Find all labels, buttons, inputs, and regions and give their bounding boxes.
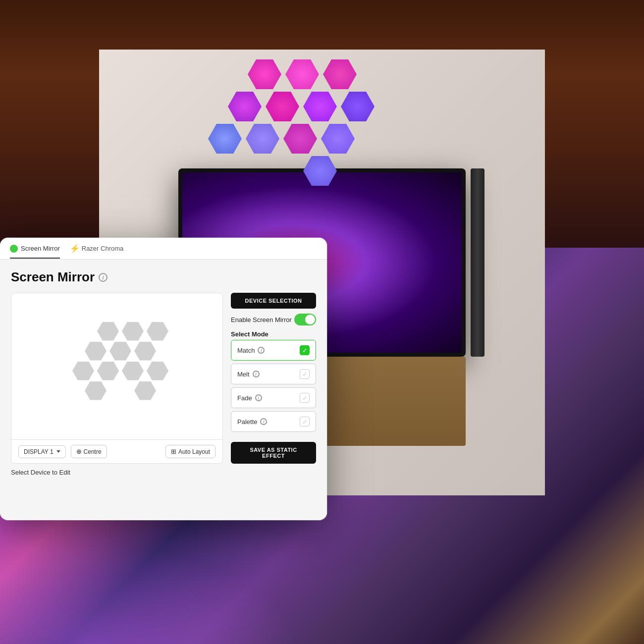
- hex-panel-1: [248, 59, 281, 89]
- mode-match[interactable]: Match i ✓: [231, 340, 316, 361]
- mode-melt-info-icon[interactable]: i: [253, 371, 260, 377]
- mini-hex-9: [122, 362, 144, 380]
- enable-screen-mirror-row: Enable Screen Mirror: [231, 314, 316, 325]
- hex-led-panels: [168, 59, 376, 188]
- tab-razer-chroma[interactable]: ⚡ Razer Chroma: [70, 244, 124, 259]
- mini-hex-8: [97, 362, 119, 380]
- canvas-panel: DISPLAY 1 ⊕ Centre ⊞ Auto Layout: [11, 293, 223, 464]
- select-device-section: Select Device to Edit: [11, 469, 316, 476]
- hex-panel-4: [228, 92, 262, 121]
- page-title-text: Screen Mirror: [11, 269, 95, 285]
- enable-screen-mirror-toggle[interactable]: [294, 314, 316, 325]
- mini-hex-4: [85, 342, 107, 361]
- floor-glow: [0, 545, 297, 644]
- auto-layout-button[interactable]: ⊞ Auto Layout: [165, 445, 215, 458]
- tab-bar: Screen Mirror ⚡ Razer Chroma: [10, 244, 317, 259]
- mode-palette[interactable]: Palette i ✓: [231, 411, 316, 432]
- mini-hex-11: [85, 381, 107, 400]
- hex-panel-12: [303, 156, 337, 186]
- tab-screen-mirror-label: Screen Mirror: [21, 245, 60, 252]
- select-device-label: Select Device to Edit: [11, 469, 70, 476]
- mode-palette-label: Palette: [237, 418, 257, 426]
- mini-hex-1: [97, 322, 119, 341]
- hex-panel-11: [321, 124, 355, 154]
- page-title-area: Screen Mirror i: [11, 269, 316, 285]
- mode-melt[interactable]: Melt i ✓: [231, 364, 316, 384]
- save-static-button[interactable]: SAVE AS STATIC EFFECT: [231, 442, 316, 464]
- mini-hex-5: [109, 342, 131, 361]
- main-layout: DISPLAY 1 ⊕ Centre ⊞ Auto Layout: [11, 293, 316, 464]
- page-title-info-icon[interactable]: i: [99, 273, 107, 282]
- centre-label: Centre: [84, 448, 102, 455]
- app-window: Screen Mirror ⚡ Razer Chroma Screen Mirr…: [0, 238, 327, 520]
- tab-screen-mirror[interactable]: Screen Mirror: [10, 245, 60, 259]
- mode-fade-label: Fade: [237, 394, 252, 402]
- mode-fade[interactable]: Fade i ✓: [231, 387, 316, 408]
- tab-razer-chroma-label: Razer Chroma: [82, 245, 124, 252]
- centre-icon: ⊕: [76, 448, 82, 455]
- window-content: Screen Mirror i: [0, 260, 327, 518]
- mode-match-info-icon[interactable]: i: [258, 347, 265, 354]
- screen-mirror-dot-icon: [10, 245, 18, 253]
- hex-panel-3: [323, 59, 357, 89]
- canvas-area: [11, 293, 222, 439]
- mode-fade-check-icon: ✓: [300, 393, 310, 403]
- hex-panel-10: [283, 124, 317, 154]
- mini-hex-7: [72, 362, 94, 380]
- titlebar: Screen Mirror ⚡ Razer Chroma: [0, 238, 327, 260]
- mode-match-check-icon: ✓: [300, 345, 310, 355]
- display-select-label: DISPLAY 1: [24, 448, 54, 455]
- select-mode-label: Select Mode: [231, 330, 316, 338]
- mini-hex-12: [134, 381, 156, 400]
- mini-hex-grid: [67, 322, 166, 411]
- display-select[interactable]: DISPLAY 1: [18, 445, 66, 458]
- mini-hex-2: [122, 322, 144, 341]
- hex-panel-8: [208, 124, 242, 154]
- mode-palette-check-icon: ✓: [300, 417, 310, 427]
- centre-button[interactable]: ⊕ Centre: [71, 445, 107, 458]
- mode-fade-info-icon[interactable]: i: [255, 394, 262, 401]
- dresser: [317, 357, 466, 446]
- razer-snake-icon: ⚡: [70, 244, 80, 253]
- hex-panel-9: [246, 124, 279, 154]
- chevron-down-icon: [56, 450, 60, 453]
- toggle-knob: [305, 315, 315, 324]
- right-panel: DEVICE SELECTION Enable Screen Mirror Se…: [231, 293, 316, 464]
- mini-hex-3: [147, 322, 168, 341]
- auto-layout-icon: ⊞: [171, 448, 176, 455]
- mode-melt-left: Melt i: [237, 371, 260, 378]
- canvas-footer: DISPLAY 1 ⊕ Centre ⊞ Auto Layout: [11, 439, 222, 463]
- mini-hex-10: [147, 362, 168, 380]
- mode-melt-check-icon: ✓: [300, 369, 310, 379]
- hex-panel-5: [266, 92, 299, 121]
- mini-hex-6: [134, 342, 156, 361]
- device-selection-button[interactable]: DEVICE SELECTION: [231, 293, 316, 309]
- mode-match-label: Match: [237, 347, 255, 354]
- mode-palette-left: Palette i: [237, 418, 267, 426]
- enable-screen-mirror-label: Enable Screen Mirror: [231, 316, 292, 323]
- mode-palette-info-icon[interactable]: i: [260, 418, 267, 425]
- speaker: [471, 168, 484, 357]
- hex-panel-6: [303, 92, 337, 121]
- mode-match-left: Match i: [237, 347, 265, 354]
- hex-panel-2: [285, 59, 319, 89]
- select-mode-section: Select Mode Match i ✓ Melt i: [231, 330, 316, 435]
- mode-fade-left: Fade i: [237, 394, 262, 402]
- auto-layout-label: Auto Layout: [178, 448, 210, 455]
- mode-melt-label: Melt: [237, 371, 250, 378]
- hex-panel-7: [341, 92, 375, 121]
